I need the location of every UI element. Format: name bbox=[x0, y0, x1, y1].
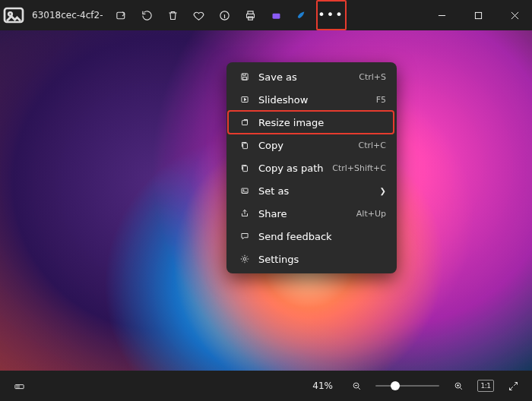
save-icon bbox=[237, 71, 252, 82]
svg-point-15 bbox=[243, 190, 244, 191]
menu-label: Save as bbox=[258, 71, 297, 83]
resize-icon bbox=[237, 117, 252, 128]
copy-path-icon bbox=[237, 163, 252, 173]
menu-shortcut: Ctrl+C bbox=[359, 141, 386, 150]
print-button[interactable] bbox=[239, 0, 263, 30]
minimize-button[interactable] bbox=[424, 0, 459, 30]
menu-item-feedback[interactable]: Send feedback bbox=[230, 225, 394, 248]
menu-label: Send feedback bbox=[258, 231, 332, 242]
svg-rect-9 bbox=[243, 77, 247, 81]
menu-label: Set as bbox=[258, 185, 289, 197]
share-icon bbox=[237, 208, 252, 219]
menu-label: Copy bbox=[258, 140, 283, 151]
svg-rect-17 bbox=[14, 384, 23, 388]
menu-label: Slideshow bbox=[258, 94, 308, 106]
clipchamp-button[interactable] bbox=[264, 0, 289, 30]
fullscreen-button[interactable] bbox=[502, 374, 524, 397]
menu-item-slideshow[interactable]: Slideshow F5 bbox=[230, 88, 394, 111]
menu-shortcut: Ctrl+S bbox=[359, 72, 386, 82]
menu-shortcut: Ctrl+Shift+C bbox=[332, 163, 386, 173]
svg-point-16 bbox=[243, 257, 246, 260]
svg-rect-7 bbox=[475, 12, 481, 18]
menu-label: Resize image bbox=[258, 117, 324, 128]
menu-item-set-as[interactable]: Set as ❯ bbox=[230, 179, 394, 202]
menu-shortcut: Alt+Up bbox=[356, 209, 386, 219]
app-photos-icon bbox=[0, 0, 27, 30]
menu-item-copy[interactable]: Copy Ctrl+C bbox=[230, 134, 394, 156]
set-as-icon bbox=[237, 185, 252, 196]
maximize-button[interactable] bbox=[461, 0, 496, 30]
svg-rect-6 bbox=[273, 13, 280, 18]
play-icon bbox=[237, 94, 252, 105]
window-title: 63018cec-4cf2- bbox=[32, 10, 103, 21]
menu-item-settings[interactable]: Settings bbox=[230, 248, 394, 270]
feedback-icon bbox=[237, 231, 252, 242]
favorite-button[interactable] bbox=[187, 0, 211, 30]
menu-shortcut: F5 bbox=[376, 95, 386, 105]
designer-button[interactable] bbox=[290, 0, 315, 30]
filmstrip-button[interactable] bbox=[8, 374, 30, 397]
menu-label: Settings bbox=[258, 254, 299, 265]
gear-icon bbox=[237, 254, 252, 264]
close-button[interactable] bbox=[497, 0, 532, 30]
zoom-in-button[interactable] bbox=[447, 374, 470, 397]
edit-button[interactable] bbox=[109, 0, 134, 30]
svg-rect-13 bbox=[243, 166, 248, 172]
menu-label: Share bbox=[258, 208, 287, 219]
actual-size-button[interactable]: 1:1 bbox=[477, 380, 494, 392]
menu-item-save-as[interactable]: Save as Ctrl+S bbox=[230, 65, 394, 88]
copy-icon bbox=[237, 140, 252, 150]
menu-label: Copy as path bbox=[258, 163, 324, 174]
svg-rect-8 bbox=[242, 74, 248, 80]
zoom-percent-label: 41% bbox=[312, 380, 333, 391]
image-viewport[interactable]: Save as Ctrl+S Slideshow F5 Resize image… bbox=[0, 30, 532, 371]
zoom-out-button[interactable] bbox=[345, 374, 368, 397]
rotate-button[interactable] bbox=[135, 0, 160, 30]
svg-rect-12 bbox=[243, 144, 248, 149]
menu-item-share[interactable]: Share Alt+Up bbox=[230, 202, 394, 225]
chevron-right-icon: ❯ bbox=[380, 187, 386, 195]
status-bar: 41% 1:1 bbox=[0, 371, 532, 401]
more-menu: Save as Ctrl+S Slideshow F5 Resize image… bbox=[226, 62, 397, 273]
title-bar: 63018cec-4cf2- ••• bbox=[0, 0, 532, 30]
info-button[interactable] bbox=[213, 0, 237, 30]
svg-rect-11 bbox=[242, 121, 248, 125]
delete-button[interactable] bbox=[161, 0, 185, 30]
svg-rect-5 bbox=[249, 16, 253, 19]
menu-item-resize[interactable]: Resize image bbox=[230, 111, 394, 134]
menu-item-copy-path[interactable]: Copy as path Ctrl+Shift+C bbox=[230, 156, 394, 179]
svg-rect-4 bbox=[247, 14, 255, 17]
more-button[interactable]: ••• bbox=[316, 0, 347, 30]
zoom-slider[interactable] bbox=[375, 385, 439, 387]
